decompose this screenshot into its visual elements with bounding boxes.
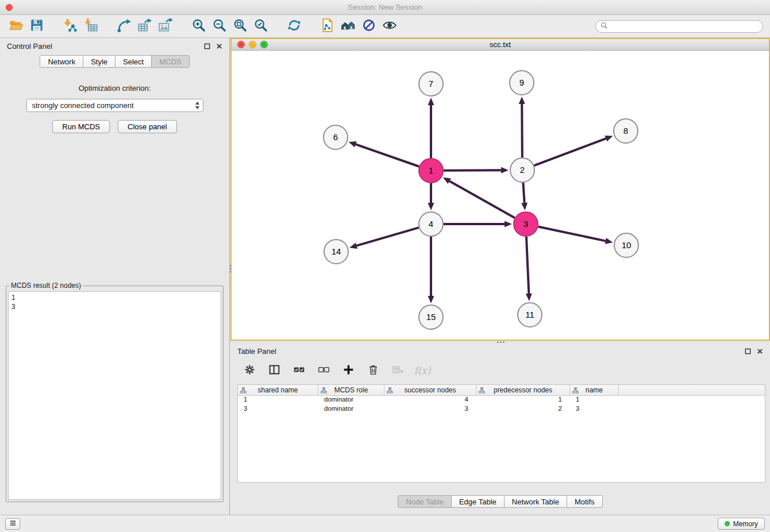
show-graphics-details-button[interactable] <box>379 17 400 36</box>
import-table-button[interactable] <box>80 17 101 36</box>
save-session-button[interactable] <box>26 17 47 36</box>
tab-node-table[interactable]: Node Table <box>398 495 452 508</box>
tab-network-table[interactable]: Network Table <box>504 495 567 508</box>
network-canvas[interactable]: 7968124314101511 <box>232 51 769 339</box>
graph-node-3[interactable]: 3 <box>514 212 538 236</box>
task-history-button[interactable] <box>5 518 20 530</box>
cell-mcds-role[interactable]: dominator <box>318 396 384 405</box>
column-header-successor-nodes[interactable]: successor nodes <box>384 385 476 395</box>
column-header-mcds-role[interactable]: MCDS role <box>318 385 384 395</box>
folder-open-icon <box>9 18 24 34</box>
show-columns-button[interactable] <box>267 363 282 378</box>
memory-label: Memory <box>733 520 758 528</box>
delete-column-button[interactable] <box>365 363 380 378</box>
graph-node-2[interactable]: 2 <box>510 158 534 182</box>
import-network-button[interactable] <box>60 17 80 36</box>
network-minimize-button[interactable]: − <box>249 41 256 48</box>
edge-2-9[interactable] <box>522 104 522 157</box>
function-builder-button[interactable]: f(x) <box>415 363 430 378</box>
cell-successor-nodes[interactable]: 4 <box>384 396 476 405</box>
network-close-button[interactable]: × <box>237 41 245 48</box>
svg-text:2: 2 <box>520 165 525 175</box>
column-header-predecessor-nodes[interactable]: predecessor nodes <box>476 385 570 395</box>
window-close-button[interactable] <box>6 4 13 11</box>
float-table-panel-button[interactable] <box>745 348 751 354</box>
column-header-name[interactable]: name <box>570 385 619 395</box>
svg-text:14: 14 <box>332 246 341 256</box>
close-panel-action-button[interactable]: Close panel <box>118 120 177 133</box>
network-maximize-button[interactable]: + <box>260 41 268 48</box>
cell-mcds-role[interactable]: dominator <box>318 405 384 414</box>
graph-node-4[interactable]: 4 <box>419 212 443 236</box>
graph-node-11[interactable]: 11 <box>518 303 542 327</box>
edge-4-14[interactable] <box>357 228 419 246</box>
close-panel-button[interactable] <box>216 43 222 49</box>
deselect-all-button[interactable] <box>316 363 331 378</box>
float-panel-button[interactable] <box>204 43 210 49</box>
svg-text:1: 1 <box>429 165 433 175</box>
tab-edge-table[interactable]: Edge Table <box>451 495 505 508</box>
graph-node-14[interactable]: 14 <box>324 240 348 264</box>
add-column-button[interactable] <box>341 363 356 378</box>
edge-1-6[interactable] <box>356 144 419 167</box>
edge-arrowhead <box>501 167 509 174</box>
graph-node-1[interactable]: 1 <box>419 159 443 183</box>
trash-icon <box>367 364 379 377</box>
edge-3-10[interactable] <box>538 227 606 241</box>
zoom-out-button[interactable] <box>209 17 230 36</box>
tab-select[interactable]: Select <box>115 55 152 68</box>
run-mcds-button[interactable]: Run MCDS <box>52 120 110 133</box>
first-neighbors-button[interactable] <box>338 17 359 36</box>
column-header-shared-name[interactable]: shared name <box>238 385 318 395</box>
zoom-in-button[interactable] <box>188 17 209 36</box>
search-input[interactable] <box>611 21 758 32</box>
result-item[interactable]: 1 <box>11 293 218 302</box>
tab-mcds[interactable]: MCDS <box>151 55 189 68</box>
graph-node-6[interactable]: 6 <box>324 125 348 149</box>
graph-node-8[interactable]: 8 <box>614 119 638 143</box>
export-table-icon <box>137 18 152 34</box>
svg-text:11: 11 <box>525 310 534 319</box>
zoom-selected-button[interactable] <box>251 17 271 36</box>
tab-motifs[interactable]: Motifs <box>567 495 603 508</box>
export-network-button[interactable] <box>114 17 134 36</box>
apply-layout-button[interactable] <box>284 17 305 36</box>
import-network-database-button[interactable] <box>317 17 338 36</box>
tab-style[interactable]: Style <box>83 55 116 68</box>
criterion-dropdown[interactable]: strongly connected component <box>26 99 203 112</box>
graph-node-10[interactable]: 10 <box>614 233 638 257</box>
delete-table-button[interactable] <box>390 363 405 378</box>
edge-3-1[interactable] <box>449 181 515 218</box>
export-table-button[interactable] <box>134 17 155 36</box>
edge-3-11[interactable] <box>526 237 529 294</box>
graph-node-15[interactable]: 15 <box>419 305 443 329</box>
result-item[interactable]: 3 <box>11 302 218 311</box>
gear-icon <box>244 364 256 377</box>
close-table-panel-button[interactable] <box>757 348 763 354</box>
cell-predecessor-nodes[interactable]: 1 <box>476 396 570 405</box>
hide-selected-button[interactable] <box>359 17 379 36</box>
table-row[interactable]: 1 dominator 4 1 1 <box>238 396 765 405</box>
zoom-fit-button[interactable] <box>230 17 251 36</box>
tab-network[interactable]: Network <box>40 55 83 68</box>
graph-node-7[interactable]: 7 <box>419 72 443 96</box>
edge-2-8[interactable] <box>534 138 606 165</box>
edge-2-3[interactable] <box>523 183 524 203</box>
export-image-button[interactable] <box>155 17 176 36</box>
cell-shared-name[interactable]: 3 <box>238 405 318 414</box>
cell-name[interactable]: 1 <box>570 396 619 405</box>
cell-successor-nodes[interactable]: 3 <box>384 405 476 414</box>
table-row[interactable]: 3 dominator 3 2 3 <box>238 405 765 414</box>
edge-1-2[interactable] <box>444 170 501 171</box>
cell-shared-name[interactable]: 1 <box>238 396 318 405</box>
column-settings-button[interactable] <box>242 363 257 378</box>
cell-predecessor-nodes[interactable]: 2 <box>476 405 570 414</box>
memory-button[interactable]: Memory <box>718 518 765 530</box>
cell-name[interactable]: 3 <box>570 405 619 414</box>
mcds-result-list[interactable]: 1 3 <box>8 291 221 500</box>
select-all-button[interactable] <box>291 363 306 378</box>
search-box[interactable] <box>595 20 763 33</box>
open-session-button[interactable] <box>6 17 26 36</box>
graph-node-9[interactable]: 9 <box>510 71 534 95</box>
vertical-splitter-grip[interactable] <box>229 263 232 273</box>
